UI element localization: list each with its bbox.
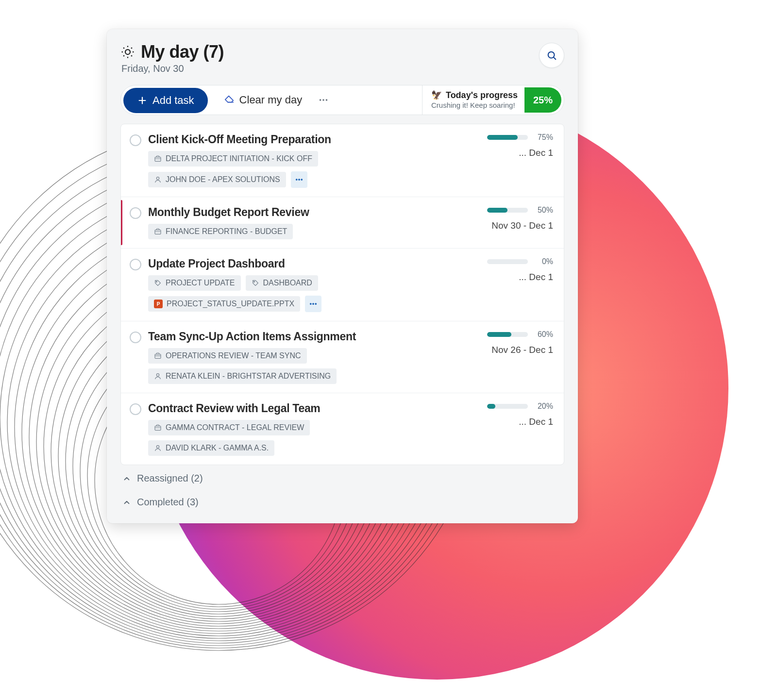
sun-icon [120,45,135,59]
today-progress: 🦅Today's progress Crushing it! Keep soar… [422,85,564,115]
chip-briefcase[interactable]: FINANCE REPORTING - BUDGET [148,224,293,239]
task-title: Client Kick-Off Meeting Preparation [148,133,459,146]
chip-label: JOHN DOE - APEX SOLUTIONS [166,175,280,184]
chevron-up-icon [122,474,131,483]
chip-label: DAVID KLARK - GAMMA A.S. [166,444,269,452]
svg-point-39 [301,179,302,181]
svg-point-34 [320,99,321,101]
my-day-card: My day (7) Friday, Nov 30 Add task Clear… [107,29,578,523]
task-date: Nov 30 - Dec 1 [491,220,553,231]
toolbar: Add task Clear my day 🦅Today's progress … [120,85,564,115]
chip-label: DASHBOARD [263,279,312,287]
task-title: Monthly Budget Report Review [148,206,459,219]
task-progress-pct: 20% [534,402,553,411]
svg-point-41 [313,303,314,305]
task-progress-pct: 50% [534,206,553,215]
svg-point-40 [310,303,311,305]
clear-my-day-label: Clear my day [239,94,303,106]
svg-line-23 [123,48,124,49]
task-list: Client Kick-Off Meeting PreparationDELTA… [120,124,564,465]
task-row[interactable]: Team Sync-Up Action Items AssignmentOPER… [121,321,564,393]
dots-horizontal-icon [318,95,329,105]
chip-tag[interactable]: PROJECT UPDATE [148,275,241,291]
task-date: Nov 26 - Dec 1 [491,345,553,355]
chip-more-button[interactable] [291,171,307,188]
task-title: Update Project Dashboard [148,257,459,270]
task-checkbox[interactable] [130,207,141,219]
task-title: Contract Review with Legal Team [148,402,459,415]
task-progress: 60% [487,330,553,339]
page-date: Friday, Nov 30 [121,63,528,74]
task-title: Team Sync-Up Action Items Assignment [148,330,459,343]
task-date: ... Dec 1 [519,417,553,427]
task-progress-pct: 60% [534,330,553,339]
task-progress: 20% [487,402,553,411]
chip-pptx[interactable]: PPROJECT_STATUS_UPDATE.PPTX [148,296,300,312]
chip-label: FINANCE REPORTING - BUDGET [166,227,287,236]
task-progress-pct: 75% [534,133,553,142]
reassigned-section-toggle[interactable]: Reassigned (2) [120,465,564,489]
svg-point-36 [326,99,328,101]
task-checkbox[interactable] [130,259,141,270]
task-checkbox[interactable] [130,403,141,415]
completed-section-toggle[interactable]: Completed (3) [120,489,564,513]
search-button[interactable] [539,43,564,68]
chevron-up-icon [122,498,131,507]
svg-point-20 [125,50,130,54]
task-row[interactable]: Contract Review with Legal TeamGAMMA CON… [121,393,564,465]
eagle-icon: 🦅 [431,90,442,101]
task-progress: 75% [487,133,553,142]
search-icon [546,50,557,61]
svg-point-37 [296,179,297,181]
chip-label: DELTA PROJECT INITIATION - KICK OFF [166,154,312,163]
chip-person[interactable]: RENATA KLEIN - BRIGHTSTAR ADVERTISING [148,368,337,384]
chip-person[interactable]: JOHN DOE - APEX SOLUTIONS [148,172,286,187]
header: My day (7) Friday, Nov 30 [120,42,564,74]
chip-label: OPERATIONS REVIEW - TEAM SYNC [166,351,301,360]
task-progress-pct: 0% [534,257,553,266]
svg-point-38 [298,179,300,181]
eraser-icon [224,95,235,105]
page-title: My day (7) [141,42,224,62]
add-task-button[interactable]: Add task [123,88,208,113]
svg-line-28 [131,48,132,49]
chip-label: PROJECT UPDATE [166,279,235,287]
svg-point-35 [322,99,324,101]
task-progress: 50% [487,206,553,215]
task-row[interactable]: Update Project DashboardPROJECT UPDATEDA… [121,248,564,321]
task-checkbox[interactable] [130,134,141,146]
svg-line-24 [131,55,132,56]
progress-label: Today's progress [446,90,518,101]
task-row[interactable]: Client Kick-Off Meeting PreparationDELTA… [121,124,564,197]
chip-label: PROJECT_STATUS_UPDATE.PPTX [167,300,294,308]
toolbar-more-button[interactable] [312,85,335,115]
progress-subtext: Crushing it! Keep soaring! [431,101,518,110]
task-checkbox[interactable] [130,332,141,343]
progress-percent: 25% [524,87,561,113]
chip-label: RENATA KLEIN - BRIGHTSTAR ADVERTISING [166,372,331,381]
plus-icon [137,95,148,106]
chip-label: GAMMA CONTRACT - LEGAL REVIEW [166,423,304,432]
task-row[interactable]: Monthly Budget Report ReviewFINANCE REPO… [121,197,564,248]
add-task-label: Add task [152,94,194,107]
reassigned-label: Reassigned (2) [137,473,203,484]
svg-line-27 [123,55,124,56]
chip-tag[interactable]: DASHBOARD [246,275,318,291]
task-date: ... Dec 1 [519,272,553,283]
powerpoint-icon: P [154,300,163,308]
chip-briefcase[interactable]: OPERATIONS REVIEW - TEAM SYNC [148,348,307,364]
task-progress: 0% [487,257,553,266]
chip-briefcase[interactable]: DELTA PROJECT INITIATION - KICK OFF [148,151,318,167]
chip-person[interactable]: DAVID KLARK - GAMMA A.S. [148,440,274,456]
completed-label: Completed (3) [137,497,199,508]
title-block: My day (7) Friday, Nov 30 [120,42,528,74]
chip-more-button[interactable] [305,296,321,312]
svg-line-30 [554,57,556,59]
task-date: ... Dec 1 [519,148,553,158]
clear-my-day-button[interactable]: Clear my day [210,85,312,115]
svg-point-42 [315,303,317,305]
chip-briefcase[interactable]: GAMMA CONTRACT - LEGAL REVIEW [148,420,310,435]
